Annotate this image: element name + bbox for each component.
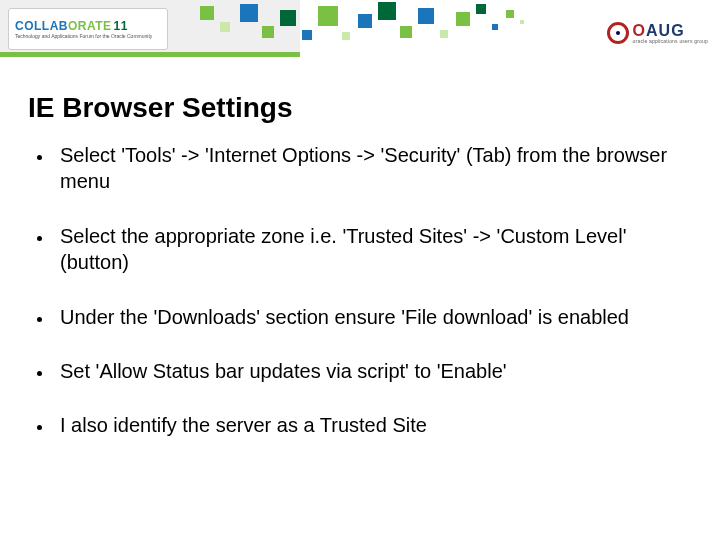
slide-body: IE Browser Settings Select 'Tools' -> 'I… [0,74,720,439]
collab-year: 11 [114,19,128,33]
list-item: I also identify the server as a Trusted … [54,412,692,438]
oaug-aug: AUG [646,22,685,39]
list-item: Select 'Tools' -> 'Internet Options -> '… [54,142,692,195]
list-item: Set 'Allow Status bar updates via script… [54,358,692,384]
slide-header: COLLABORATE11 Technology and Application… [0,0,720,74]
oaug-sub: oracle applications users group [633,39,708,44]
list-item: Select the appropriate zone i.e. 'Truste… [54,223,692,276]
list-item: Under the 'Downloads' section ensure 'Fi… [54,304,692,330]
oaug-logo: OAUG oracle applications users group [607,22,708,44]
oaug-name: OAUG [633,23,708,39]
collab-word2: ORATE [68,19,112,33]
bullet-list: Select 'Tools' -> 'Internet Options -> '… [28,142,692,439]
collaborate-logo: COLLABORATE11 Technology and Application… [8,8,168,50]
oaug-ring-icon [607,22,629,44]
collaborate-title: COLLABORATE11 [15,19,161,33]
page-title: IE Browser Settings [28,92,692,124]
collab-subtitle: Technology and Applications Forum for th… [15,33,161,39]
decorative-squares [190,0,610,74]
collab-word1: COLLAB [15,19,68,33]
oaug-text: OAUG oracle applications users group [633,23,708,44]
oaug-o: O [633,22,646,39]
